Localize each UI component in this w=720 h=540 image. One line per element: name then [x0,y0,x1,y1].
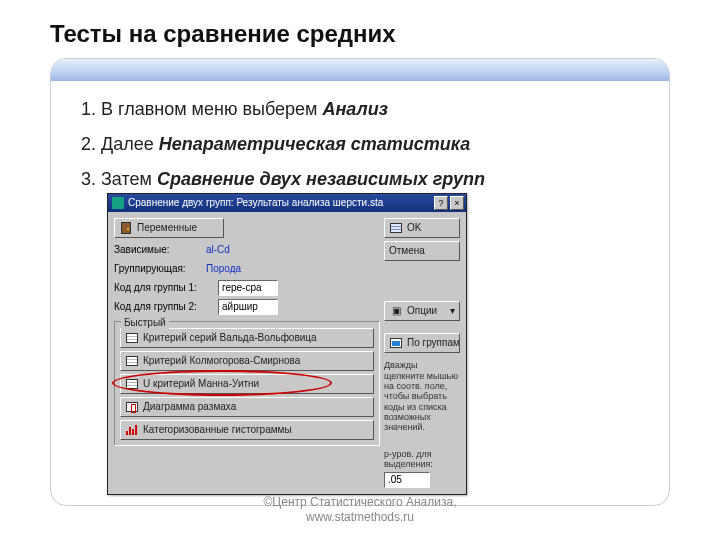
sheet-icon [125,355,139,367]
sheet-icon [125,332,139,344]
code-g2-label: Код для группы 2: [114,299,212,315]
quick-legend: Быстрый [121,315,169,331]
content-frame: В главном меню выберем Анализ Далее Непа… [50,58,670,506]
step-1: В главном меню выберем Анализ [101,95,663,124]
test-button-histogram[interactable]: Категоризованные гистограммы [120,420,374,440]
code-g1-input[interactable]: гере-сра [218,280,278,296]
dialog-title: Сравнение двух групп: Результаты анализа… [128,195,434,211]
p-level-input[interactable]: .05 [384,472,430,488]
grouping-label: Группирующая: [114,261,200,277]
dependent-value: al-Cd [206,242,230,258]
help-icon[interactable]: ? [434,196,448,210]
options-button[interactable]: ▣ Опции ▾ [384,301,460,321]
ok-button[interactable]: OK [384,218,460,238]
steps-list: В главном меню выберем Анализ Далее Непа… [75,95,663,495]
compare-groups-dialog: Сравнение двух групп: Результаты анализа… [107,193,467,495]
step-3: Затем Сравнение двух независимых групп С… [101,165,663,496]
dialog-titlebar[interactable]: Сравнение двух групп: Результаты анализа… [108,194,466,212]
test-button-ks[interactable]: Критерий Колмогорова-Смирнова [120,351,374,371]
stat-icon [389,337,403,349]
page-title: Тесты на сравнение средних [50,20,670,48]
step-2: Далее Непараметрическая статистика [101,130,663,159]
chevron-down-icon: ▾ [450,303,455,319]
grouping-value: Порода [206,261,241,277]
close-icon[interactable]: × [450,196,464,210]
boxplot-icon [125,401,139,413]
quick-groupbox: Быстрый Критерий серий Вальда-Вольфовица [114,321,380,446]
cancel-button[interactable]: Отмена [384,241,460,261]
sheet-icon [125,378,139,390]
by-groups-button[interactable]: По группам [384,333,460,353]
sheet-icon [389,222,403,234]
variables-button[interactable]: Переменные [114,218,224,238]
hint-double-click: Дважды щелкните мышью на соотв. поле, чт… [384,360,460,432]
test-button-mannwhitney[interactable]: U критерий Манна-Уитни [120,374,374,394]
system-icon [112,197,124,209]
dependent-label: Зависимые: [114,242,200,258]
test-button-wald[interactable]: Критерий серий Вальда-Вольфовица [120,328,374,348]
test-button-boxplot[interactable]: Диаграмма размаха [120,397,374,417]
slide-footer: ©Центр Статистического Анализа, www.stat… [0,495,720,526]
code-g1-label: Код для группы 1: [114,280,212,296]
door-icon [119,222,133,234]
p-level-label: p-уров. для выделения: [384,449,460,470]
code-g2-input[interactable]: айршир [218,299,278,315]
histogram-icon [125,424,139,436]
arrow-icon: ▣ [389,305,403,317]
frame-glossy-header [51,59,669,81]
